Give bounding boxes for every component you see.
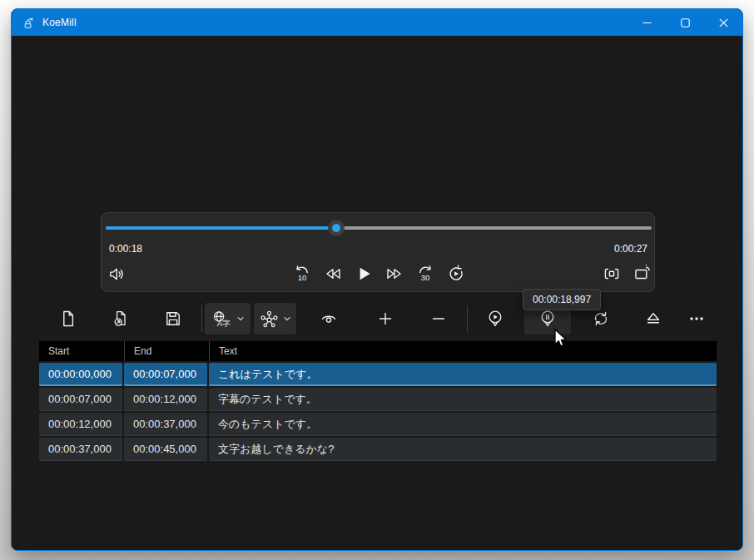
play-button[interactable] [349, 259, 379, 289]
play-icon [354, 264, 374, 284]
fast-forward-button[interactable] [379, 259, 409, 289]
remaining-time: 0:00:27 [614, 243, 647, 255]
cast-button[interactable] [628, 259, 657, 289]
save-icon [163, 309, 183, 329]
aspect-ratio-button[interactable] [597, 259, 627, 289]
cell-end[interactable]: 00:00:37,000 [124, 413, 207, 436]
svg-text:30: 30 [421, 273, 430, 282]
new-file-icon [58, 309, 78, 329]
cell-text[interactable]: 字幕のテストです。 [209, 388, 717, 411]
table-row[interactable]: 00:00:00,000 00:00:07,000 これはテストです。 [39, 363, 717, 386]
pin-play-button[interactable] [479, 303, 512, 335]
translate-icon: A字 [211, 310, 232, 329]
cell-end[interactable]: 00:00:12,000 [124, 388, 207, 411]
preview-button[interactable] [312, 303, 345, 335]
minimize-button[interactable] [628, 9, 666, 36]
cell-text[interactable]: これはテストです。 [209, 363, 717, 386]
rewind-button[interactable] [318, 259, 348, 289]
titlebar: KoeMill [12, 9, 742, 36]
table-row[interactable]: 00:00:12,000 00:00:37,000 今のもテストです。 [39, 413, 717, 436]
app-logo-icon [21, 16, 35, 30]
media-player-panel: 0:00:18 0:00:27 10 [101, 212, 655, 292]
cell-start[interactable]: 00:00:00,000 [39, 363, 122, 386]
column-header-text[interactable]: Text [209, 341, 717, 361]
app-window: KoeMill 0:00:18 0:00:27 [11, 8, 743, 551]
pin-pause-icon [538, 309, 558, 329]
open-file-icon [111, 309, 131, 329]
cell-start[interactable]: 00:00:07,000 [39, 388, 122, 411]
elapsed-time: 0:00:18 [109, 243, 142, 255]
seek-thumb[interactable] [328, 220, 345, 236]
pin-play-icon [485, 309, 505, 329]
cell-end[interactable]: 00:00:45,000 [124, 438, 207, 461]
cast-icon [632, 264, 652, 284]
more-button[interactable] [680, 303, 713, 335]
plus-icon [375, 309, 395, 329]
close-icon [719, 18, 728, 27]
model-nodes-icon [260, 310, 279, 329]
translate-dropdown-button[interactable]: A字 [205, 303, 251, 335]
column-header-start[interactable]: Start [39, 341, 124, 361]
skip-forward-30-icon: 30 [415, 264, 435, 284]
chevron-down-icon [236, 315, 245, 323]
app-title: KoeMill [42, 17, 77, 28]
mouse-cursor [551, 328, 569, 349]
table-header: Start End Text [39, 341, 717, 361]
fast-forward-icon [384, 264, 404, 284]
playback-rate-button[interactable] [441, 259, 471, 289]
caption-buttons [628, 9, 742, 36]
svg-text:10: 10 [298, 273, 307, 282]
volume-icon [107, 265, 126, 284]
cell-end[interactable]: 00:00:07,000 [124, 363, 207, 386]
seek-progress [106, 226, 336, 230]
close-button[interactable] [704, 9, 742, 36]
column-header-end[interactable]: End [124, 341, 209, 361]
aspect-ratio-icon [602, 264, 622, 284]
eject-icon [643, 309, 663, 329]
playback-rate-icon [446, 264, 466, 284]
volume-button[interactable] [102, 259, 131, 289]
skip-back-10-button[interactable]: 10 [287, 259, 317, 289]
chevron-down-icon [283, 315, 291, 323]
skip-forward-30-button[interactable]: 30 [410, 259, 440, 289]
rewind-icon [323, 264, 343, 284]
minimize-icon [642, 18, 652, 27]
save-button[interactable] [156, 303, 190, 335]
remove-row-button[interactable] [422, 303, 455, 335]
cell-start[interactable]: 00:00:37,000 [39, 438, 122, 461]
maximize-icon [681, 18, 690, 27]
timestamp-tooltip: 00:00:18,997 [523, 289, 601, 310]
more-icon [687, 309, 707, 329]
minus-icon [429, 309, 449, 329]
toolbar-separator [467, 305, 468, 332]
cell-text[interactable]: 文字お越しできるかな? [209, 438, 717, 461]
subtitle-table: Start End Text 00:00:00,000 00:00:07,000… [39, 341, 717, 461]
new-file-button[interactable] [52, 303, 85, 335]
model-dropdown-button[interactable] [254, 303, 296, 335]
eye-icon [319, 309, 339, 329]
svg-text:A字: A字 [216, 319, 230, 328]
cell-start[interactable]: 00:00:12,000 [39, 413, 122, 436]
loop-icon [591, 309, 611, 329]
eject-button[interactable] [637, 303, 670, 335]
toolbar-separator [201, 305, 202, 332]
cell-text[interactable]: 今のもテストです。 [209, 413, 717, 436]
add-row-button[interactable] [369, 303, 402, 335]
table-row[interactable]: 00:00:07,000 00:00:12,000 字幕のテストです。 [39, 388, 717, 411]
seek-slider[interactable] [102, 213, 654, 243]
open-file-button[interactable] [104, 303, 137, 335]
main-content: 0:00:18 0:00:27 10 [12, 36, 742, 550]
skip-back-10-icon: 10 [292, 264, 312, 284]
maximize-button[interactable] [666, 9, 704, 36]
table-row[interactable]: 00:00:37,000 00:00:45,000 文字お越しできるかな? [39, 438, 717, 461]
